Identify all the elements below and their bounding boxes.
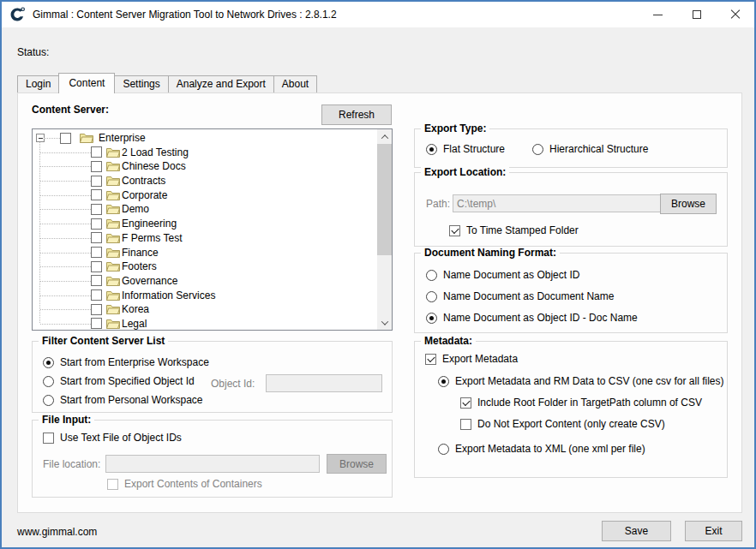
radio-start-personal[interactable]: Start from Personal Workspace bbox=[43, 394, 203, 406]
tab-strip: Login Content Settings Analyze and Expor… bbox=[17, 73, 316, 93]
export-type-groupbox: Export Type: Flat Structure Hierarchical… bbox=[414, 128, 728, 168]
file-input-group-title: File Input: bbox=[39, 414, 94, 426]
content-server-label: Content Server: bbox=[32, 104, 109, 116]
radio-start-enterprise[interactable]: Start from Enterprise Workspace bbox=[43, 356, 209, 368]
tree-item-checkbox[interactable] bbox=[91, 161, 102, 172]
radio-icon bbox=[438, 444, 449, 455]
folder-icon bbox=[106, 289, 120, 301]
tree-item-checkbox[interactable] bbox=[91, 204, 102, 215]
tree-item-label: Legal bbox=[122, 318, 147, 330]
radio-hierarchical-structure[interactable]: Hierarchical Structure bbox=[532, 143, 648, 155]
minimize-icon bbox=[653, 15, 663, 15]
tree-item[interactable]: Information Services bbox=[33, 289, 377, 303]
tree-item[interactable]: Chinese Docs bbox=[33, 159, 377, 174]
title-bar: Gimmal : Content Server Migration Tool t… bbox=[2, 2, 754, 27]
tree-item-checkbox[interactable] bbox=[91, 318, 102, 329]
radio-name-document-name[interactable]: Name Document as Document Name bbox=[426, 290, 614, 302]
exit-button[interactable]: Exit bbox=[685, 521, 742, 541]
tree-item-checkbox[interactable] bbox=[91, 261, 102, 272]
save-button[interactable]: Save bbox=[602, 521, 671, 541]
content-tab-page: Content Server: Refresh Enterprise 2 Loa… bbox=[17, 92, 742, 513]
checkbox-use-text-file[interactable]: Use Text File of Object IDs bbox=[43, 432, 182, 444]
tree-item[interactable]: Corporate bbox=[33, 188, 377, 203]
tab-about[interactable]: About bbox=[273, 75, 317, 92]
metadata-groupbox: Metadata: Export Metadata Export Metadat… bbox=[414, 341, 728, 478]
radio-name-object-id[interactable]: Name Document as Object ID bbox=[426, 269, 579, 281]
file-location-input[interactable] bbox=[105, 455, 320, 473]
status-label: Status: bbox=[17, 46, 49, 58]
maximize-icon bbox=[693, 10, 701, 19]
tab-analyze-and-export[interactable]: Analyze and Export bbox=[168, 75, 274, 92]
tree-item-checkbox[interactable] bbox=[91, 289, 102, 301]
gimmal-logo-icon bbox=[9, 6, 26, 23]
tree-item[interactable]: Enterprise bbox=[33, 131, 377, 146]
file-browse-button[interactable]: Browse bbox=[327, 454, 387, 474]
tree-item-label: Chinese Docs bbox=[122, 160, 186, 172]
tree-scrollbar[interactable] bbox=[377, 129, 392, 330]
tree-item-label: Corporate bbox=[122, 189, 167, 201]
checkbox-export-contents[interactable]: Export Contents of Containers bbox=[107, 478, 262, 490]
tree-item-label: 2 Load Testing bbox=[122, 146, 189, 158]
tree-item-checkbox[interactable] bbox=[91, 247, 102, 258]
tree-item[interactable]: Demo bbox=[33, 202, 377, 217]
tree-item-checkbox[interactable] bbox=[91, 232, 102, 243]
tree-item-checkbox[interactable] bbox=[60, 133, 71, 144]
tree-item-label: Engineering bbox=[122, 218, 177, 230]
tab-settings[interactable]: Settings bbox=[114, 75, 168, 92]
path-input[interactable] bbox=[453, 194, 687, 212]
file-input-groupbox: File Input: Use Text File of Object IDs … bbox=[32, 420, 393, 498]
radio-icon bbox=[532, 144, 543, 155]
tree-item-label: Contracts bbox=[122, 175, 165, 187]
radio-start-specified[interactable]: Start from Specified Object Id bbox=[43, 375, 195, 387]
radio-icon bbox=[43, 395, 54, 406]
tree-item-checkbox[interactable] bbox=[91, 218, 102, 230]
tab-content[interactable]: Content bbox=[58, 73, 115, 93]
scrollbar-thumb[interactable] bbox=[377, 144, 392, 255]
checkbox-icon bbox=[43, 433, 54, 444]
radio-export-csv[interactable]: Export Metadata and RM Data to CSV (one … bbox=[438, 375, 723, 387]
filter-groupbox: Filter Content Server List Start from En… bbox=[32, 341, 393, 413]
folder-icon bbox=[106, 175, 120, 186]
object-id-input[interactable] bbox=[266, 374, 382, 392]
naming-group-title: Document Naming Format: bbox=[421, 247, 560, 259]
tree-item[interactable]: Governance bbox=[33, 274, 377, 289]
tree-item[interactable]: Engineering bbox=[33, 217, 377, 231]
refresh-button[interactable]: Refresh bbox=[321, 104, 392, 125]
tree-item-checkbox[interactable] bbox=[91, 146, 102, 158]
scroll-down-icon[interactable] bbox=[377, 315, 392, 330]
scroll-up-icon[interactable] bbox=[377, 129, 392, 144]
tree-item-checkbox[interactable] bbox=[91, 304, 102, 315]
checkbox-icon bbox=[425, 354, 436, 365]
tree-item[interactable]: Legal bbox=[33, 317, 377, 331]
tree-item-label: Footers bbox=[122, 260, 157, 272]
tree-item-checkbox[interactable] bbox=[91, 176, 102, 187]
tree-item-label: F Perms Test bbox=[122, 232, 182, 244]
tree-item[interactable]: Finance bbox=[33, 246, 377, 260]
radio-icon bbox=[426, 313, 437, 324]
radio-flat-structure[interactable]: Flat Structure bbox=[426, 143, 505, 155]
tree-item[interactable]: Contracts bbox=[33, 174, 377, 188]
tree-item[interactable]: F Perms Test bbox=[33, 231, 377, 246]
tree-item-label: Finance bbox=[122, 247, 159, 259]
checkbox-do-not-export-content[interactable]: Do Not Export Content (only create CSV) bbox=[460, 418, 665, 430]
checkbox-include-root-folder[interactable]: Include Root Folder in TargetPath column… bbox=[460, 397, 702, 409]
checkbox-time-stamped-folder[interactable]: To Time Stamped Folder bbox=[449, 224, 579, 236]
tree-item[interactable]: Korea bbox=[33, 302, 377, 317]
tree-item-checkbox[interactable] bbox=[91, 275, 102, 286]
close-button[interactable] bbox=[716, 2, 754, 27]
object-id-label: Object Id: bbox=[211, 378, 255, 390]
radio-export-xml[interactable]: Export Metadata to XML (one xml per file… bbox=[438, 443, 645, 455]
content-server-tree: Enterprise 2 Load Testing Chinese Docs bbox=[32, 128, 393, 331]
tree-item[interactable]: 2 Load Testing bbox=[33, 146, 377, 160]
tree-item-label: Information Services bbox=[122, 289, 215, 301]
tab-login[interactable]: Login bbox=[17, 75, 59, 92]
radio-name-object-id-doc-name[interactable]: Name Document as Object ID - Doc Name bbox=[426, 312, 638, 324]
tree-item-checkbox[interactable] bbox=[91, 189, 102, 200]
folder-icon bbox=[106, 260, 120, 272]
checkbox-export-metadata[interactable]: Export Metadata bbox=[425, 353, 518, 365]
gimmal-website-link[interactable]: www.gimmal.com bbox=[17, 526, 97, 538]
location-browse-button[interactable]: Browse bbox=[660, 194, 717, 214]
minimize-button[interactable] bbox=[639, 2, 677, 27]
tree-item[interactable]: Footers bbox=[33, 260, 377, 274]
maximize-button[interactable] bbox=[677, 2, 716, 27]
